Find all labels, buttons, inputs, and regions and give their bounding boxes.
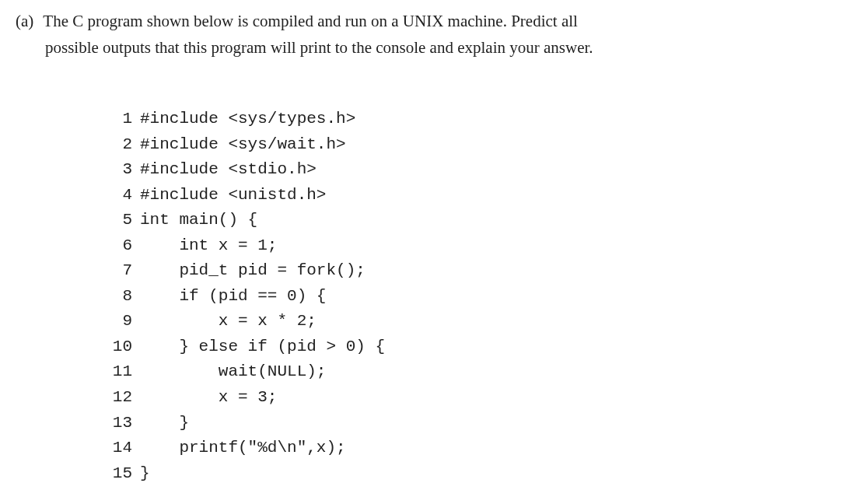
code-block: 1 #include <sys/types.h> 2 #include <sys… (100, 107, 834, 486)
code-line: 3 #include <stdio.h> (100, 157, 834, 183)
code-text: int main() { (140, 208, 257, 233)
line-number: 8 (100, 284, 132, 310)
code-text: } (140, 411, 189, 436)
line-number: 2 (100, 132, 132, 158)
line-number: 11 (100, 359, 132, 385)
code-text: } (140, 461, 150, 487)
line-number: 15 (100, 461, 132, 487)
code-line: 14 printf("%d\n",x); (100, 436, 834, 461)
code-line: 12 x = 3; (100, 385, 834, 411)
question-text-line1: The C program shown below is compiled an… (43, 12, 578, 30)
code-text: if (pid == 0) { (140, 284, 326, 310)
question-label: (a) (16, 12, 33, 30)
code-text: int x = 1; (140, 233, 277, 259)
code-line: 10 } else if (pid > 0) { (100, 334, 834, 360)
code-text: x = 3; (140, 385, 277, 411)
line-number: 13 (100, 411, 132, 436)
line-number: 10 (100, 334, 132, 360)
line-number: 12 (100, 385, 132, 411)
code-text: pid_t pid = fork(); (140, 258, 366, 284)
code-line: 7 pid_t pid = fork(); (100, 258, 834, 284)
line-number: 3 (100, 157, 132, 183)
code-text: printf("%d\n",x); (140, 436, 346, 461)
code-line: 6 int x = 1; (100, 233, 834, 259)
code-line: 15 } (100, 461, 834, 487)
code-line: 5 int main() { (100, 208, 834, 233)
line-number: 5 (100, 208, 132, 233)
code-line: 2 #include <sys/wait.h> (100, 132, 834, 158)
code-text: #include <sys/wait.h> (140, 132, 346, 158)
code-line: 9 x = x * 2; (100, 309, 834, 334)
code-line: 4 #include <unistd.h> (100, 183, 834, 208)
code-text: x = x * 2; (140, 309, 317, 334)
code-line: 13 } (100, 411, 834, 436)
question-text-line2: possible outputs that this program will … (16, 36, 834, 61)
line-number: 1 (100, 107, 132, 132)
code-text: #include <stdio.h> (140, 157, 317, 183)
line-number: 6 (100, 233, 132, 259)
code-line: 8 if (pid == 0) { (100, 284, 834, 310)
code-text: wait(NULL); (140, 359, 326, 385)
line-number: 9 (100, 309, 132, 334)
question-block: (a) The C program shown below is compile… (16, 9, 834, 34)
code-line: 11 wait(NULL); (100, 359, 834, 385)
line-number: 14 (100, 436, 132, 461)
line-number: 7 (100, 258, 132, 284)
code-line: 1 #include <sys/types.h> (100, 107, 834, 132)
line-number: 4 (100, 183, 132, 208)
code-text: #include <sys/types.h> (140, 107, 355, 132)
code-text: #include <unistd.h> (140, 183, 326, 208)
code-text: } else if (pid > 0) { (140, 334, 385, 360)
